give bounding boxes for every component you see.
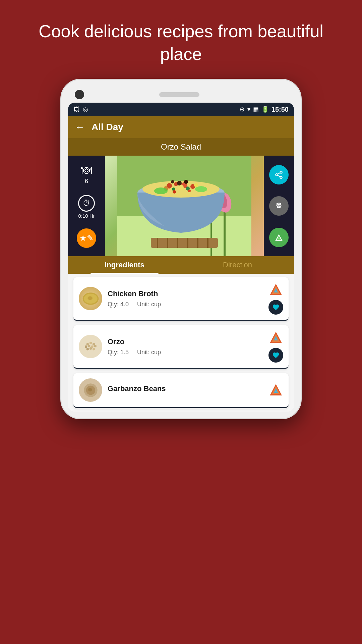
phone-speaker — [159, 92, 199, 97]
svg-point-57 — [88, 345, 90, 347]
ingredient-details-1: Qty: 4.0 Unit: cup — [108, 301, 263, 308]
servings-count: 6 — [85, 178, 88, 185]
svg-line-36 — [278, 173, 280, 174]
svg-point-56 — [85, 345, 87, 348]
phone-screen: 🖼 ◎ ⊖ ▾ ▦ 🔋 15:50 ← All Day Orzo Salad 🍽 — [68, 103, 294, 412]
svg-point-40 — [280, 205, 280, 206]
cooking-time: 0:10 Hr — [78, 213, 95, 219]
timer-circle: ⏱ — [78, 195, 95, 212]
svg-point-23 — [154, 187, 168, 194]
ingredient-info-1: Chicken Broth Qty: 4.0 Unit: cup — [108, 289, 263, 308]
settings-status-icon: ◎ — [83, 106, 88, 113]
svg-point-62 — [93, 348, 95, 350]
svg-point-69 — [88, 388, 92, 391]
right-panel — [264, 156, 294, 256]
heart-health-icon-2 — [268, 348, 283, 363]
ingredient-name-2: Orzo — [108, 337, 263, 346]
tabs-bar: Ingredients Direction — [68, 256, 294, 274]
ingredients-list: Chicken Broth Qty: 4.0 Unit: cup — [68, 274, 294, 412]
ingredient-name-1: Chicken Broth — [108, 289, 263, 298]
tab-direction[interactable]: Direction — [181, 256, 294, 274]
ingredient-image-2 — [79, 335, 102, 358]
pyramid-button[interactable] — [269, 228, 289, 247]
recipe-image-section: 🍽 6 ⏱ 0:10 Hr ★✎ — [68, 156, 294, 256]
nutrition-pyramid-icon-3 — [268, 383, 283, 397]
app-bar-title: All Day — [92, 122, 123, 132]
wifi-icon: ▾ — [247, 106, 250, 113]
battery-icon: 🔋 — [261, 106, 269, 113]
owl-button[interactable] — [269, 196, 289, 216]
svg-point-48 — [87, 296, 93, 300]
no-entry-icon: ⊖ — [240, 106, 245, 113]
ingredient-image-3 — [79, 378, 102, 402]
recipe-image — [105, 156, 264, 256]
tab-ingredients[interactable]: Ingredients — [68, 256, 181, 274]
svg-point-39 — [278, 205, 278, 206]
ingredient-info-3: Garbanzo Beans — [108, 384, 263, 396]
ingredient-image-1 — [79, 287, 102, 310]
image-status-icon: 🖼 — [73, 106, 79, 113]
left-panel: 🍽 6 ⏱ 0:10 Hr ★✎ — [68, 156, 105, 256]
ingredient-card-1: Chicken Broth Qty: 4.0 Unit: cup — [73, 277, 289, 321]
svg-line-41 — [277, 203, 278, 204]
svg-point-61 — [89, 347, 92, 350]
ingredient-info-2: Orzo Qty: 1.5 Unit: cup — [108, 337, 263, 356]
star-edit-icon: ★✎ — [79, 233, 94, 243]
svg-point-22 — [171, 180, 174, 183]
favorite-button[interactable]: ★✎ — [77, 228, 96, 248]
svg-point-19 — [188, 190, 191, 192]
ingredient-card-2: Orzo Qty: 1.5 Unit: cup — [73, 325, 289, 369]
svg-point-15 — [178, 185, 184, 190]
svg-point-18 — [173, 190, 176, 194]
svg-point-54 — [89, 342, 92, 344]
signal-icon: ▦ — [253, 106, 259, 113]
nutrition-pyramid-icon-2 — [268, 330, 283, 345]
ingredient-card-3: Garbanzo Beans — [73, 373, 289, 408]
svg-point-60 — [86, 348, 88, 350]
back-button[interactable]: ← — [75, 121, 85, 133]
status-bar: 🖼 ◎ ⊖ ▾ ▦ 🔋 15:50 — [68, 103, 294, 116]
svg-point-59 — [94, 345, 96, 347]
ingredient-name-3: Garbanzo Beans — [108, 384, 263, 393]
phone-camera — [75, 90, 84, 99]
svg-line-42 — [280, 203, 281, 204]
status-time: 15:50 — [272, 106, 289, 113]
svg-point-34 — [280, 176, 282, 178]
page-headline: Cook delicious recipes from beautiful pl… — [0, 0, 362, 79]
svg-line-35 — [278, 175, 280, 176]
heart-health-icon-1 — [268, 300, 283, 315]
ingredient-details-2: Qty: 1.5 Unit: cup — [108, 349, 263, 356]
nutrition-pyramid-icon-1 — [268, 282, 283, 297]
svg-point-21 — [184, 180, 188, 184]
share-button[interactable] — [269, 165, 289, 184]
serving-icon: 🍽 — [81, 164, 92, 176]
svg-point-20 — [177, 181, 182, 185]
recipe-title-bar: Orzo Salad — [68, 138, 294, 156]
svg-point-17 — [194, 183, 198, 187]
svg-point-32 — [280, 171, 282, 173]
phone-wrapper: 🖼 ◎ ⊖ ▾ ▦ 🔋 15:50 ← All Day Orzo Salad 🍽 — [60, 79, 302, 419]
app-bar: ← All Day — [68, 116, 294, 138]
svg-point-33 — [276, 174, 278, 176]
svg-point-24 — [195, 186, 207, 192]
